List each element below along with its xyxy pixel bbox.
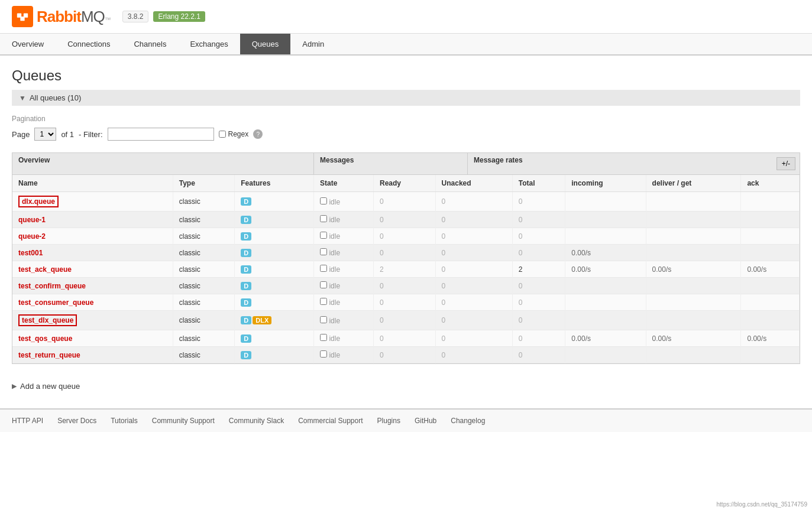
queue-incoming-cell — [565, 294, 646, 311]
queue-checkbox[interactable] — [320, 232, 327, 239]
nav: Overview Connections Channels Exchanges … — [0, 34, 812, 56]
queue-checkbox[interactable] — [320, 265, 327, 272]
queue-incoming-cell — [565, 347, 646, 363]
queue-name-link[interactable]: queue-2 — [18, 232, 46, 241]
plus-minus-button[interactable]: +/- — [777, 157, 795, 170]
table-row: queue-2classicD idle000 — [12, 228, 800, 245]
queue-deliver-cell — [646, 192, 741, 212]
queue-name-cell: test_consumer_queue — [12, 294, 173, 311]
queue-incoming-cell — [565, 228, 646, 245]
queue-checkbox[interactable] — [320, 248, 327, 255]
footer-changelog[interactable]: Changelog — [451, 417, 485, 425]
queue-incoming-cell: 0.00/s — [565, 261, 646, 278]
d-badge: D — [241, 197, 251, 206]
footer-tutorials[interactable]: Tutorials — [111, 417, 138, 425]
col-name: Name — [12, 175, 173, 192]
queue-state-cell: idle — [314, 228, 374, 245]
queue-checkbox[interactable] — [320, 215, 327, 222]
queue-unacked-cell: 0 — [435, 330, 512, 347]
logo: RabbitMQ™ — [12, 6, 111, 27]
table-row: dlx.queueclassicD idle000 — [12, 192, 800, 212]
nav-connections[interactable]: Connections — [56, 34, 122, 54]
nav-exchanges[interactable]: Exchanges — [178, 34, 240, 54]
section-header[interactable]: ▼ All queues (10) — [12, 90, 800, 106]
footer-http-api[interactable]: HTTP API — [12, 417, 43, 425]
d-badge: D — [241, 265, 251, 274]
add-queue-toggle[interactable]: ▶ Add a new queue — [12, 382, 800, 391]
queue-ack-cell — [741, 278, 800, 294]
queue-name-cell: test_qos_queue — [12, 330, 173, 347]
regex-checkbox[interactable] — [219, 131, 226, 138]
footer-community-slack[interactable]: Community Slack — [229, 417, 284, 425]
queue-total-cell: 2 — [512, 261, 565, 278]
regex-label: Regex — [219, 130, 249, 138]
queue-checkbox[interactable] — [320, 350, 327, 358]
section-arrow: ▼ — [19, 94, 26, 102]
footer-commercial-support[interactable]: Commercial Support — [298, 417, 363, 425]
d-badge: D — [241, 334, 251, 343]
page-title: Queues — [12, 67, 800, 84]
queue-name-link[interactable]: test001 — [18, 249, 43, 257]
queue-name-link[interactable]: test_confirm_queue — [18, 282, 86, 290]
pm-button-container: +/- — [772, 153, 800, 174]
queue-name-link[interactable]: test_qos_queue — [18, 334, 72, 343]
queue-type-cell: classic — [173, 261, 235, 278]
queue-features-cell: D — [235, 245, 314, 261]
queue-deliver-cell — [646, 245, 741, 261]
d-badge: D — [241, 298, 251, 307]
queue-checkbox[interactable] — [320, 334, 327, 341]
svg-rect-2 — [20, 17, 24, 21]
queue-deliver-cell — [646, 294, 741, 311]
filter-input[interactable] — [108, 128, 214, 141]
queue-name-link[interactable]: test_ack_queue — [18, 265, 72, 274]
queue-table-wrapper: Overview Messages Message rates +/- Name… — [12, 152, 800, 364]
help-icon[interactable]: ? — [253, 129, 263, 139]
add-queue-arrow: ▶ — [12, 382, 17, 390]
queue-name-cell: test_confirm_queue — [12, 278, 173, 294]
queue-ack-cell — [741, 347, 800, 363]
queue-checkbox[interactable] — [320, 281, 327, 288]
queue-incoming-cell — [565, 212, 646, 228]
add-queue-section: ▶ Add a new queue — [12, 376, 800, 397]
version-badge: 3.8.2 — [122, 11, 149, 22]
dlx-badge: DLX — [253, 316, 271, 324]
queue-features-cell: D — [235, 294, 314, 311]
queue-ready-cell: 2 — [373, 261, 435, 278]
nav-overview[interactable]: Overview — [0, 34, 56, 54]
nav-admin[interactable]: Admin — [290, 34, 336, 54]
logo-icon — [12, 6, 33, 27]
queue-name-link[interactable]: test_return_queue — [18, 351, 80, 359]
queue-name-link[interactable]: dlx.queue — [18, 196, 59, 207]
queue-type-cell: classic — [173, 192, 235, 212]
queue-ack-cell — [741, 245, 800, 261]
queue-unacked-cell: 0 — [435, 192, 512, 212]
queue-tbody: dlx.queueclassicD idle000queue-1classicD… — [12, 192, 800, 363]
queue-ack-cell — [741, 212, 800, 228]
queue-name-link[interactable]: test_consumer_queue — [18, 298, 93, 307]
queue-name-link[interactable]: queue-1 — [18, 216, 46, 224]
nav-channels[interactable]: Channels — [122, 34, 178, 54]
queue-state-text: idle — [329, 334, 340, 343]
queue-checkbox[interactable] — [320, 197, 327, 204]
queue-checkbox[interactable] — [320, 316, 327, 323]
queue-ready-cell: 0 — [373, 294, 435, 311]
queue-incoming-cell: 0.00/s — [565, 330, 646, 347]
queue-checkbox[interactable] — [320, 298, 327, 305]
page-of: of 1 — [61, 130, 74, 139]
col-state: State — [314, 175, 374, 192]
page-select[interactable]: 1 — [34, 128, 56, 141]
table-row: test_ack_queueclassicD idle2020.00/s0.00… — [12, 261, 800, 278]
queue-ready-cell: 0 — [373, 278, 435, 294]
queue-ack-cell — [741, 311, 800, 330]
queue-type-cell: classic — [173, 347, 235, 363]
footer-github[interactable]: GitHub — [415, 417, 436, 425]
col-features: Features — [235, 175, 314, 192]
queue-deliver-cell: 0.00/s — [646, 261, 741, 278]
queue-total-cell: 0 — [512, 192, 565, 212]
footer-plugins[interactable]: Plugins — [377, 417, 400, 425]
queue-unacked-cell: 0 — [435, 212, 512, 228]
footer-community-support[interactable]: Community Support — [152, 417, 215, 425]
nav-queues[interactable]: Queues — [240, 34, 291, 54]
queue-name-link[interactable]: test_dlx_queue — [18, 314, 77, 326]
footer-server-docs[interactable]: Server Docs — [57, 417, 96, 425]
